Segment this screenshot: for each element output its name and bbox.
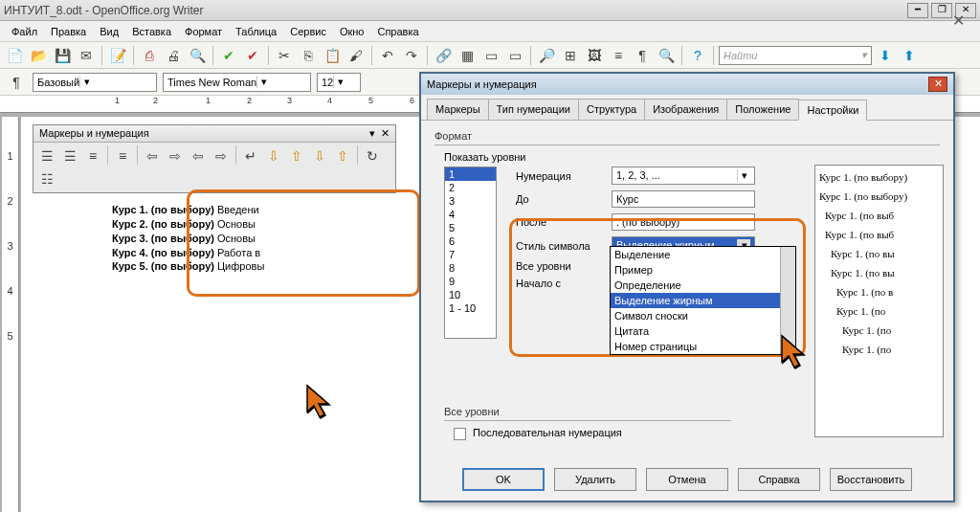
menu-file[interactable]: Файл (6, 24, 43, 39)
font-combo[interactable]: Times New Roman▾ (163, 73, 311, 92)
toolbar-close-icon[interactable]: ✕ (381, 127, 390, 140)
print-icon[interactable]: 🖨 (163, 45, 184, 66)
dropdown-scrollbar[interactable] (780, 247, 795, 354)
dropdown-option[interactable]: Цитата (611, 323, 795, 339)
before-input[interactable]: Курс (612, 190, 755, 208)
redo-icon[interactable]: ↷ (401, 45, 422, 66)
insert-icon[interactable]: ↵ (240, 145, 261, 167)
table-icon[interactable]: ▦ (457, 45, 478, 66)
search-down-icon[interactable]: ⬇ (875, 45, 896, 66)
new-doc-icon[interactable]: 📄 (4, 45, 25, 66)
pdf-icon[interactable]: ⎙ (139, 45, 160, 66)
save-icon[interactable]: 💾 (52, 45, 73, 66)
delete-button[interactable]: Удалить (554, 468, 636, 491)
tab-markers[interactable]: Маркеры (427, 99, 489, 120)
list-item[interactable]: 2 (445, 181, 496, 194)
help-button[interactable]: Справка (738, 468, 820, 491)
nonprinting-icon[interactable]: ¶ (632, 45, 653, 66)
menu-format[interactable]: Формат (179, 24, 228, 39)
toolbar-dropdown-icon[interactable]: ▾ (369, 127, 375, 140)
restart-numbering-icon[interactable]: ↻ (362, 145, 383, 167)
tab-images[interactable]: Изображения (644, 99, 727, 120)
dropdown-option[interactable]: Пример (611, 262, 795, 278)
dropdown-option[interactable]: Номер страницы (611, 339, 795, 354)
styles-icon[interactable]: ¶ (6, 72, 27, 93)
search-input[interactable]: Найти▾ (719, 46, 872, 65)
tab-settings[interactable]: Настройки (798, 100, 867, 121)
menu-window[interactable]: Окно (334, 24, 370, 39)
hyperlink-icon[interactable]: 🔗 (433, 45, 454, 66)
menu-table[interactable]: Таблица (230, 24, 282, 39)
help-icon[interactable]: ? (687, 45, 708, 66)
move-up-icon[interactable]: ⇧ (286, 145, 307, 167)
arrow-right-icon[interactable]: ⇨ (211, 145, 232, 167)
dropdown-option[interactable]: Определение (611, 278, 795, 293)
dropdown-option-selected[interactable]: Выделение жирным (611, 293, 795, 308)
email-icon[interactable]: ✉ (76, 45, 97, 66)
datasource-icon[interactable]: ≡ (608, 45, 629, 66)
autospell-icon[interactable]: ✔ (242, 45, 263, 66)
arrow-left-icon[interactable]: ⇦ (142, 145, 163, 167)
list-item[interactable]: 5 (445, 221, 496, 234)
tab-outline[interactable]: Структура (578, 99, 645, 120)
list-icon[interactable]: ☰ (36, 145, 57, 167)
move-down-icon[interactable]: ⇩ (263, 145, 284, 167)
navigator-icon[interactable]: ⊞ (560, 45, 581, 66)
arrow-left-icon[interactable]: ⇦ (188, 145, 209, 167)
tab-position[interactable]: Положение (726, 99, 799, 120)
sequential-checkbox[interactable] (454, 428, 466, 440)
list-icon[interactable]: ☰ (59, 145, 80, 167)
dropdown-option[interactable]: Выделение (611, 247, 795, 262)
toolbar-icon[interactable]: ▭ (504, 45, 525, 66)
brush-icon[interactable]: 🖌 (345, 45, 367, 66)
list-item[interactable]: 3 (445, 194, 496, 208)
numbering-combo[interactable]: 1, 2, 3, ...▾ (612, 167, 755, 185)
style-combo[interactable]: Базовый▾ (33, 73, 157, 92)
spellcheck-icon[interactable]: ✔ (218, 45, 239, 66)
list-icon[interactable]: ≡ (112, 145, 133, 167)
edit-icon[interactable]: 📝 (107, 45, 128, 66)
list-item[interactable]: 1 (445, 167, 496, 181)
copy-icon[interactable]: ⎘ (298, 45, 319, 66)
size-combo[interactable]: 12▾ (317, 73, 361, 92)
reset-button[interactable]: Восстановить (830, 468, 912, 491)
menu-tools[interactable]: Сервис (284, 24, 332, 39)
move-up-icon[interactable]: ⇧ (332, 145, 353, 167)
list-item[interactable]: 8 (445, 261, 496, 275)
menu-insert[interactable]: Вставка (126, 24, 177, 39)
arrow-right-icon[interactable]: ⇨ (165, 145, 186, 167)
gallery-icon[interactable]: 🖼 (584, 45, 605, 66)
minimize-button[interactable]: ━ (907, 3, 928, 18)
move-down-icon[interactable]: ⇩ (309, 145, 330, 167)
list-item[interactable]: 6 (445, 234, 496, 248)
list-item[interactable]: 1 - 10 (445, 301, 496, 315)
doc-close-icon[interactable]: ✕ (947, 10, 970, 32)
toolbar-icon[interactable]: ▭ (480, 45, 501, 66)
levels-listbox[interactable]: 1 2 3 4 5 6 7 8 9 10 1 - 10 (444, 167, 497, 339)
tab-numbering-type[interactable]: Тип нумерации (488, 99, 579, 120)
menu-help[interactable]: Справка (371, 24, 424, 39)
find-icon[interactable]: 🔎 (536, 45, 557, 66)
dropdown-option[interactable]: Символ сноски (611, 308, 795, 323)
menu-edit[interactable]: Правка (45, 24, 92, 39)
charstyle-dropdown-list[interactable]: Выделение Пример Определение Выделение ж… (610, 246, 796, 355)
preview-line: Курс 1. (по выбору) (819, 171, 939, 183)
bullets-dialog-icon[interactable]: ☷ (36, 168, 57, 189)
menu-view[interactable]: Вид (94, 24, 124, 39)
preview-icon[interactable]: 🔍 (187, 45, 208, 66)
ok-button[interactable]: OK (462, 468, 545, 491)
cut-icon[interactable]: ✂ (274, 45, 295, 66)
cancel-button[interactable]: Отмена (646, 468, 728, 491)
paste-icon[interactable]: 📋 (322, 45, 343, 66)
toolbar-separator (268, 46, 269, 65)
search-up-icon[interactable]: ⬆ (899, 45, 920, 66)
list-icon[interactable]: ≡ (82, 145, 103, 167)
list-item[interactable]: 10 (445, 288, 496, 301)
undo-icon[interactable]: ↶ (377, 45, 398, 66)
zoom-icon[interactable]: 🔍 (656, 45, 677, 66)
dialog-close-button[interactable]: ✕ (928, 77, 947, 92)
list-item[interactable]: 4 (445, 208, 496, 221)
list-item[interactable]: 7 (445, 248, 496, 261)
open-icon[interactable]: 📂 (28, 45, 49, 66)
list-item[interactable]: 9 (445, 275, 496, 288)
